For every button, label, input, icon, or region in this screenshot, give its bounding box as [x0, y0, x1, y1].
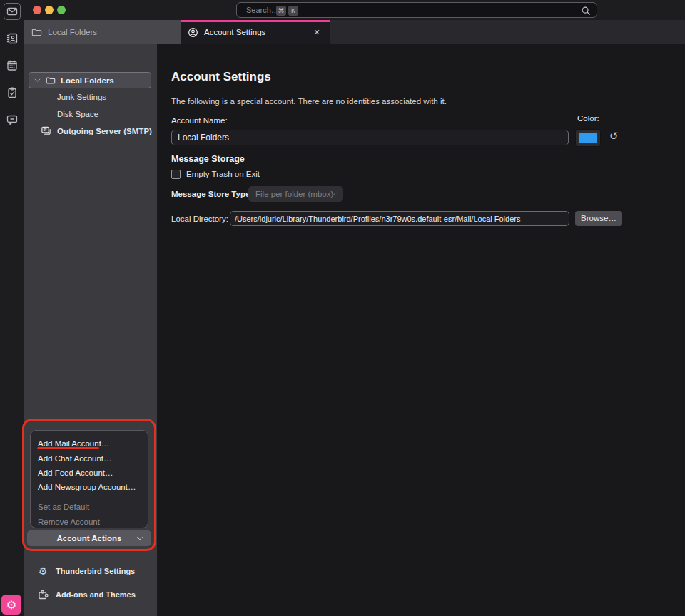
folder-icon: [46, 76, 56, 86]
close-window-button[interactable]: [33, 6, 41, 14]
page-title: Account Settings: [171, 70, 271, 84]
menu-item-add-newsgroup-account[interactable]: Add Newsgroup Account…: [38, 482, 136, 492]
menu-separator: [39, 496, 141, 496]
menu-item-add-feed-account[interactable]: Add Feed Account…: [38, 468, 113, 478]
tree-root-label: Local Folders: [61, 76, 114, 85]
thunderbird-settings-button[interactable]: ⚙ Thunderbird Settings: [37, 565, 135, 577]
tree-item-outgoing-server[interactable]: Outgoing Server (SMTP): [57, 126, 152, 136]
search-icon: [581, 6, 591, 16]
account-icon: [188, 27, 198, 38]
chevron-down-icon: [34, 76, 41, 84]
annotation-underline: [37, 447, 99, 449]
tab-label: Account Settings: [204, 28, 265, 36]
browse-button[interactable]: Browse…: [575, 211, 622, 226]
thunderbird-settings-label: Thunderbird Settings: [56, 567, 135, 575]
store-type-dropdown: File per folder (mbox): [248, 186, 343, 202]
zoom-window-button[interactable]: [57, 6, 66, 14]
thunderbird-window: ⚙ ⌘ K Local Folders Account Settings ×: [0, 0, 685, 616]
tab-label: Local Folders: [48, 28, 97, 36]
folder-icon: [31, 27, 42, 38]
account-actions-button[interactable]: Account Actions: [27, 530, 151, 546]
account-name-input[interactable]: [171, 130, 569, 145]
account-color-button[interactable]: [575, 129, 601, 147]
message-storage-heading: Message Storage: [171, 154, 245, 164]
store-type-value: File per folder (mbox): [255, 190, 333, 198]
menu-item-add-chat-account[interactable]: Add Chat Account…: [38, 453, 112, 463]
account-name-label: Account Name:: [171, 116, 228, 125]
revert-color-icon[interactable]: ↺: [609, 130, 619, 143]
active-tab-indicator: [181, 20, 330, 22]
chat-icon: [6, 114, 18, 125]
chevron-down-icon: [330, 190, 338, 197]
mail-space-button[interactable]: [4, 3, 21, 20]
account-actions-menu: Add Mail Account… Add Chat Account… Add …: [30, 430, 148, 528]
addressbook-space-button[interactable]: [4, 30, 21, 47]
empty-trash-label: Empty Trash on Exit: [186, 170, 260, 178]
chat-space-button[interactable]: [4, 111, 21, 128]
tab-bar: Local Folders Account Settings ×: [24, 20, 685, 44]
addons-themes-label: Add-ons and Themes: [56, 590, 136, 599]
account-settings-sidebar: Local Folders Junk Settings Disk Space O…: [24, 44, 157, 616]
tree-item-local-folders[interactable]: Local Folders: [29, 72, 151, 88]
color-label: Color:: [577, 114, 599, 123]
address-book-icon: [6, 33, 18, 44]
minimize-window-button[interactable]: [45, 6, 54, 14]
account-actions-label: Account Actions: [57, 534, 122, 543]
tree-item-disk-space[interactable]: Disk Space: [57, 109, 98, 119]
command-key-badge: ⌘: [276, 6, 286, 16]
local-directory-label: Local Directory:: [171, 215, 228, 223]
account-color: [579, 133, 597, 143]
spaces-toolbar: ⚙: [0, 0, 24, 616]
settings-space-button[interactable]: ⚙: [1, 595, 21, 615]
addons-themes-button[interactable]: Add-ons and Themes: [37, 589, 136, 600]
page-description: The following is a special account. Ther…: [171, 97, 447, 106]
server-icon: [41, 125, 51, 136]
store-type-label: Message Store Type:: [171, 190, 253, 198]
empty-trash-checkbox[interactable]: [171, 170, 181, 179]
chevron-down-icon: [136, 534, 144, 543]
gear-icon: ⚙: [37, 565, 49, 577]
global-search[interactable]: ⌘ K: [236, 2, 597, 18]
k-key-badge: K: [288, 6, 298, 16]
local-directory-input[interactable]: [230, 211, 569, 226]
puzzle-icon: [37, 589, 49, 600]
menu-item-set-as-default: Set as Default: [38, 502, 89, 512]
tree-item-junk-settings[interactable]: Junk Settings: [57, 92, 106, 102]
menu-item-remove-account: Remove Account: [38, 517, 100, 527]
account-settings-pane: Account Settings The following is a spec…: [157, 44, 685, 616]
calendar-space-button[interactable]: [4, 57, 21, 74]
titlebar: ⌘ K: [24, 0, 685, 20]
close-icon[interactable]: ×: [310, 26, 323, 38]
tasks-space-button[interactable]: [4, 84, 21, 101]
tab-local-folders[interactable]: Local Folders: [24, 20, 181, 44]
tab-account-settings[interactable]: Account Settings ×: [181, 20, 330, 44]
gear-icon: ⚙: [6, 598, 16, 612]
calendar-icon: [6, 60, 18, 71]
tasks-icon: [6, 87, 18, 98]
mail-icon: [6, 6, 18, 17]
